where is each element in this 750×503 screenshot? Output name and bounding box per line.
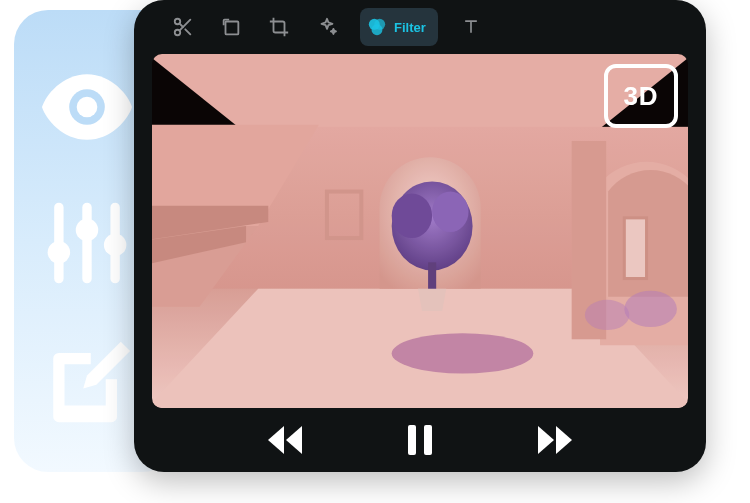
scissors-icon: [172, 16, 194, 38]
pause-icon: [406, 423, 434, 457]
crop-icon: [268, 16, 290, 38]
filter-tool[interactable]: Filter: [360, 8, 438, 46]
sliders-icon: [42, 195, 132, 291]
filter-label: Filter: [394, 20, 426, 35]
rewind-button[interactable]: [263, 417, 309, 463]
text-icon: [461, 17, 481, 37]
compose-icon: [42, 333, 132, 429]
pause-button[interactable]: [397, 417, 443, 463]
sparkle-icon: [316, 16, 338, 38]
3d-badge: 3D: [604, 64, 678, 128]
svg-line-12: [179, 23, 183, 27]
fast-forward-button[interactable]: [531, 417, 577, 463]
playback-controls: [134, 408, 706, 472]
svg-rect-37: [408, 425, 416, 455]
video-editor-window: Filter: [134, 0, 706, 472]
svg-point-5: [48, 241, 71, 264]
edit-tool[interactable]: [42, 336, 132, 426]
cut-tool[interactable]: [168, 12, 198, 42]
svg-line-11: [185, 29, 190, 34]
effects-tool[interactable]: [312, 12, 342, 42]
square-rotate-icon: [220, 16, 242, 38]
rewind-icon: [266, 423, 306, 457]
editor-toolbar: Filter: [134, 0, 706, 54]
filter-blobs-icon: [366, 17, 388, 37]
3d-badge-label: 3D: [623, 81, 658, 112]
svg-rect-38: [424, 425, 432, 455]
svg-point-16: [372, 24, 383, 35]
preview-viewport[interactable]: 3D: [152, 54, 688, 408]
eye-icon: [42, 72, 132, 142]
crop-tool[interactable]: [264, 12, 294, 42]
shape-tool[interactable]: [216, 12, 246, 42]
preview-tool[interactable]: [42, 62, 132, 152]
svg-point-7: [104, 234, 127, 257]
fast-forward-icon: [534, 423, 574, 457]
adjust-tool[interactable]: [42, 198, 132, 288]
text-tool[interactable]: [456, 12, 486, 42]
svg-point-6: [76, 219, 99, 242]
svg-point-1: [77, 97, 98, 118]
svg-rect-13: [226, 22, 239, 35]
